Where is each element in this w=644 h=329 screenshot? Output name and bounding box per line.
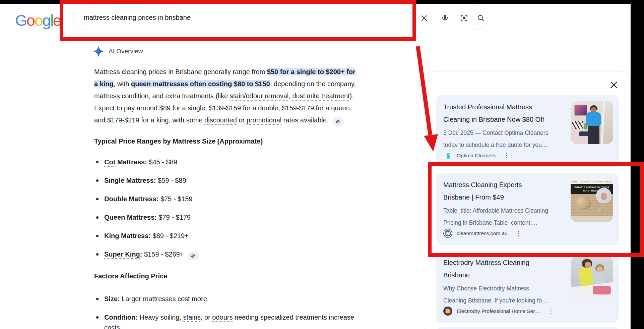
result-source-name[interactable]: Electrodry Professional Home Ser… [457,308,540,314]
price-range-list: Cot Mattress: $45 - $89Single Mattress: … [94,157,402,268]
source-link-chip[interactable] [332,117,344,126]
more-options-icon[interactable]: ⋮ [548,307,554,316]
source-link-chip[interactable] [188,252,199,260]
screen-right-black-bar [631,0,644,329]
google-logo-letter: g [42,11,50,29]
lens-icon[interactable] [460,14,468,22]
google-logo-letter: G [15,11,26,29]
screen-top-black-bar [0,0,644,4]
list-item: Double Mattress: $75 - $159 [94,194,402,204]
list-item: Condition: Heavy soiling, stains, or odo… [94,312,402,329]
google-logo-letter: o [26,11,35,29]
list-item: Size: Larger mattresses cost more. [94,294,402,304]
result-source-row: W cleanmattress.com.au ⋮ [443,229,522,238]
result-snippet: Why Choose Electrodry Mattress Cleaning … [443,282,577,307]
more-options-icon[interactable]: ⋮ [515,229,522,238]
result-thumbnail[interactable] [571,257,613,299]
search-divider [434,12,434,24]
clear-icon[interactable] [420,14,429,22]
results-side-panel: Trusted Professional Mattress Cleaning i… [425,71,631,329]
google-logo-letter: l [50,11,53,29]
electrodry-icon [443,307,452,316]
result-source-row: Optima Cleaners ⋮ [443,151,510,160]
ai-overview-label: AI Overview [109,48,143,55]
close-button[interactable] [609,80,618,89]
result-source-name[interactable]: cleanmattress.com.au [457,230,508,236]
spray-bottle-icon [443,151,452,160]
result-source-name[interactable]: Optima Cleaners [457,153,496,159]
wordpress-icon: W [443,229,452,238]
list-item: Single Mattress: $59 - $89 [94,175,402,186]
result-card-cleanmattress[interactable]: Mattress Cleaning Experts Brisbane | Fro… [436,173,619,245]
google-logo-letter: o [35,11,43,29]
section-heading-factors: Factors Affecting Price [94,271,167,281]
google-search-page: Google mattress cleaning prices in brisb… [0,0,644,329]
ai-overview-paragraph: Mattress cleaning prices in Brisbane gen… [94,66,429,126]
microphone-icon[interactable] [441,14,449,22]
result-card-partial[interactable] [436,327,619,329]
result-snippet: 3 Dec 2025 — Contact Optima Cleaners tod… [443,127,577,151]
result-source-row: Electrodry Professional Home Ser… ⋮ [443,307,554,316]
google-logo[interactable]: Google [15,11,61,30]
result-card-electrodry[interactable]: Electrodry Mattress Cleaning Brisbane Wh… [436,251,619,323]
list-item: Super King: $159 - $269+ [94,249,402,260]
result-title[interactable]: Mattress Cleaning Experts Brisbane | Fro… [443,179,575,204]
close-icon [609,80,618,89]
search-header: Google mattress cleaning prices in brisb… [0,4,631,34]
list-item: Queen Mattress: $79 - $179 [94,212,402,223]
google-logo-letter: e [53,11,61,29]
factors-list: Size: Larger mattresses cost more.Condit… [94,294,402,329]
result-card-optima[interactable]: Trusted Professional Mattress Cleaning i… [436,95,619,167]
section-heading-price-ranges: Typical Price Ranges by Mattress Size (A… [94,136,263,146]
result-snippet: Table_title: Affordable Mattress Cleanin… [443,205,577,229]
search-icon[interactable] [476,14,485,22]
list-item: King Mattress: $89 - $219+ [94,231,402,241]
search-bar[interactable]: mattress cleaning prices in brisbane [73,5,488,30]
more-options-icon[interactable]: ⋮ [503,151,510,160]
result-thumbnail[interactable]: TIME TO CLEAN YOUR MATTRESS WHAT'S HIDIN… [571,179,613,222]
ai-overview-sparkle-icon [93,46,104,57]
list-item: Cot Mattress: $45 - $89 [94,157,402,167]
result-title[interactable]: Trusted Professional Mattress Cleaning i… [443,101,575,126]
result-thumbnail[interactable] [571,101,613,144]
search-input[interactable]: mattress cleaning prices in brisbane [84,14,191,21]
result-title[interactable]: Electrodry Mattress Cleaning Brisbane [443,257,575,281]
